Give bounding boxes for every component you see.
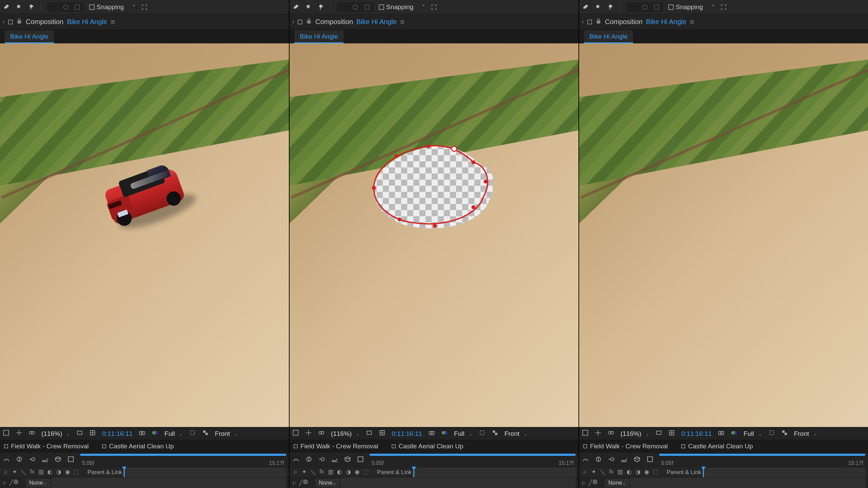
- grid-icon[interactable]: [379, 429, 386, 438]
- world-axis-icon[interactable]: [352, 3, 359, 11]
- guides-icon[interactable]: [16, 429, 22, 438]
- lock-icon[interactable]: [16, 18, 22, 26]
- current-time[interactable]: 0:11:16:11: [102, 430, 133, 438]
- time-ruler[interactable]: 5:05f 15:17f: [80, 452, 286, 467]
- svg-rect-42: [358, 456, 363, 462]
- chevron-left-icon[interactable]: ‹: [3, 18, 5, 25]
- svg-point-33: [431, 432, 433, 434]
- snap-edge-icon[interactable]: [418, 3, 426, 11]
- svg-point-53: [733, 431, 737, 434]
- alpha-icon[interactable]: [292, 429, 299, 438]
- layer-label-icon[interactable]: ⌕: [3, 479, 6, 486]
- ruler-start: 5:05f: [82, 460, 94, 466]
- pickwhip-icon[interactable]: [302, 479, 309, 487]
- transparency-grid-icon[interactable]: [492, 429, 498, 438]
- snapping-checkbox[interactable]: [89, 4, 95, 10]
- pin-icon[interactable]: [606, 3, 614, 11]
- roi-icon[interactable]: [479, 429, 486, 438]
- snap-bounds-icon[interactable]: [141, 3, 148, 11]
- snap-edge-icon[interactable]: [129, 3, 136, 11]
- safe-zones-icon[interactable]: [76, 429, 83, 438]
- col-cube-icon[interactable]: ⬚: [73, 468, 79, 476]
- snap-bounds-icon[interactable]: [430, 3, 438, 11]
- camera-view[interactable]: Front: [215, 430, 230, 438]
- timeline-tabs: Field Walk - Crew Removal Castle Aerial …: [0, 440, 289, 452]
- frame-blend-icon[interactable]: [16, 455, 23, 464]
- timeline-tab-2[interactable]: Castle Aerial Clean Up: [392, 443, 463, 450]
- mask-path[interactable]: [371, 143, 493, 238]
- panel-menu-icon[interactable]: ≡: [111, 18, 115, 26]
- world-axis-icon[interactable]: [62, 3, 70, 11]
- col-shy-icon[interactable]: ⌕: [3, 468, 9, 476]
- layer-track[interactable]: [51, 477, 286, 488]
- motion-blur-icon[interactable]: [28, 455, 36, 464]
- col-av-icon[interactable]: ✦: [12, 468, 18, 476]
- clone-stamp-icon[interactable]: [15, 3, 22, 11]
- safe-zones-icon[interactable]: [366, 429, 373, 438]
- track-area[interactable]: [122, 467, 286, 477]
- playhead[interactable]: [124, 467, 125, 477]
- local-axis-icon[interactable]: [340, 3, 348, 11]
- composition-name[interactable]: Bike Hi Angle: [67, 18, 107, 26]
- mask-vis-icon[interactable]: [28, 429, 35, 438]
- channel-icon[interactable]: [441, 429, 448, 438]
- timeline-tab-1[interactable]: Field Walk - Crew Removal: [294, 443, 378, 450]
- parent-dropdown[interactable]: None⌄: [315, 479, 340, 487]
- view-axis-icon[interactable]: [74, 3, 81, 11]
- snapshot-icon[interactable]: [428, 429, 435, 438]
- col-3d-icon[interactable]: ◉: [64, 468, 71, 476]
- col-adj-icon[interactable]: ◑: [56, 468, 62, 476]
- local-axis-icon[interactable]: [51, 3, 58, 11]
- svg-rect-11: [191, 431, 195, 435]
- cam-caret-icon[interactable]: ⌄: [234, 431, 238, 436]
- svg-rect-16: [68, 456, 74, 462]
- clone-stamp-icon[interactable]: [304, 3, 312, 11]
- col-mb-icon[interactable]: ◐: [47, 468, 53, 476]
- mask-vis-icon[interactable]: [318, 429, 325, 438]
- resolution-dropdown[interactable]: Full: [164, 430, 175, 438]
- snapping-toggle[interactable]: Snapping: [379, 3, 413, 11]
- parent-dropdown[interactable]: None ⌄: [26, 479, 51, 487]
- layer-row[interactable]: ⌕ ╱ None ⌄: [0, 477, 289, 488]
- snapshot-icon[interactable]: [139, 429, 145, 438]
- transparency-grid-icon[interactable]: [202, 429, 209, 438]
- eraser-icon[interactable]: [292, 3, 300, 11]
- draft3d-icon[interactable]: [54, 455, 62, 464]
- render-icon[interactable]: [67, 455, 75, 464]
- eraser-icon[interactable]: [582, 3, 589, 11]
- panel-mask: Snapping ‹ Composition Bike Hi Angle ≡ B…: [290, 0, 579, 488]
- graph-editor-icon[interactable]: [41, 455, 49, 464]
- panel-menu-icon[interactable]: ≡: [400, 18, 405, 26]
- shy-icon[interactable]: [3, 455, 10, 464]
- zoom-caret-icon[interactable]: ⌄: [66, 431, 70, 436]
- grid-icon[interactable]: [89, 429, 96, 438]
- timeline-tab-1[interactable]: Field Walk - Crew Removal: [4, 443, 88, 450]
- pickwhip-icon[interactable]: [13, 479, 19, 487]
- layer-edit-icon[interactable]: ╱: [9, 479, 13, 486]
- viewer-toggle-icon[interactable]: [8, 20, 13, 24]
- snapping-toggle[interactable]: Snapping: [89, 3, 124, 11]
- comp-tab-active[interactable]: Bike Hi Angle: [5, 30, 54, 43]
- pin-icon[interactable]: [27, 3, 35, 11]
- chevron-left-icon[interactable]: ‹: [292, 18, 294, 25]
- col-solo-icon[interactable]: ＼: [20, 468, 26, 476]
- res-caret-icon[interactable]: ⌄: [179, 431, 183, 436]
- lock-icon[interactable]: [306, 18, 312, 26]
- alpha-icon[interactable]: [3, 429, 9, 438]
- zoom-value[interactable]: (116%): [41, 430, 62, 438]
- viewer-toggle-icon[interactable]: [298, 20, 302, 24]
- col-frame-icon[interactable]: ▥: [38, 468, 44, 476]
- composition-viewer[interactable]: [579, 43, 868, 427]
- pin-icon[interactable]: [317, 3, 324, 11]
- roi-icon[interactable]: [189, 429, 196, 438]
- guides-icon[interactable]: [305, 429, 312, 438]
- col-fx-icon[interactable]: fx: [29, 468, 35, 476]
- timeline-tab-2[interactable]: Castle Aerial Clean Up: [102, 443, 174, 450]
- view-axis-icon[interactable]: [363, 3, 371, 11]
- timeline-toolbar: 5:05f 15:17f: [0, 452, 289, 467]
- composition-viewer[interactable]: [290, 43, 578, 427]
- channel-icon[interactable]: [152, 429, 158, 438]
- composition-viewer[interactable]: [0, 43, 289, 427]
- clone-stamp-icon[interactable]: [594, 3, 601, 11]
- eraser-icon[interactable]: [3, 3, 10, 11]
